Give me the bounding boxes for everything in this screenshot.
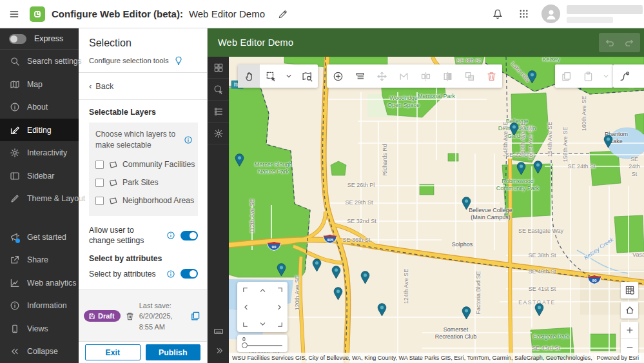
feature-pin[interactable] bbox=[277, 263, 286, 277]
templates-stack-icon bbox=[355, 71, 366, 82]
keyboard-shortcuts-button[interactable] bbox=[208, 322, 229, 341]
sidebar-item-information[interactable]: Information bbox=[0, 295, 79, 318]
delete-draft-button[interactable] bbox=[125, 311, 135, 321]
pan-tool-button[interactable] bbox=[238, 64, 260, 88]
feature-pin[interactable] bbox=[533, 161, 543, 174]
info-icon[interactable] bbox=[184, 129, 193, 152]
feature-pin[interactable] bbox=[312, 259, 322, 272]
express-toggle[interactable] bbox=[9, 34, 26, 44]
back-button[interactable]: ‹ Back bbox=[79, 73, 207, 100]
pan-chev-down-nav-button[interactable] bbox=[254, 315, 271, 332]
publish-button[interactable]: Publish bbox=[146, 344, 201, 360]
feature-pin[interactable] bbox=[516, 162, 526, 175]
zoom-slider-track[interactable] bbox=[242, 345, 282, 346]
redo-button[interactable] bbox=[621, 35, 638, 50]
zoom-in-button[interactable] bbox=[621, 322, 638, 338]
layers-panel-button[interactable] bbox=[208, 101, 229, 123]
feature-templates-tool-button[interactable] bbox=[349, 64, 371, 88]
interstate-405-shield: 405 bbox=[323, 234, 337, 244]
zoom-slider-knob[interactable] bbox=[242, 342, 248, 348]
lightbulb-icon[interactable] bbox=[173, 55, 184, 66]
map-canvas[interactable]: KelseySE 8th StMemorial ParkWoodridge Op… bbox=[229, 57, 644, 363]
pan-chev-right-button[interactable] bbox=[271, 299, 288, 315]
feature-pin[interactable] bbox=[527, 70, 537, 84]
sidebar-item-sidebar[interactable]: Sidebar bbox=[0, 164, 79, 188]
info-icon bbox=[10, 300, 20, 311]
collapse-icon bbox=[10, 346, 20, 357]
pan-chev-up-button[interactable] bbox=[254, 282, 271, 299]
info-icon[interactable] bbox=[166, 231, 175, 240]
feature-pin[interactable] bbox=[603, 135, 613, 148]
basemap-button[interactable] bbox=[621, 282, 638, 299]
pan-corner-bl-button[interactable] bbox=[237, 315, 254, 332]
back-label: Back bbox=[95, 82, 113, 91]
exit-button[interactable]: Exit bbox=[85, 344, 141, 360]
feature-pin[interactable] bbox=[360, 271, 370, 284]
legend-list-icon bbox=[213, 106, 224, 117]
hamburger-icon bbox=[8, 8, 20, 20]
select-options-dropdown-button[interactable] bbox=[282, 64, 296, 88]
copy-tool-button bbox=[555, 64, 577, 88]
pan-corner-tl-button[interactable] bbox=[237, 282, 254, 299]
paste-clipboard-icon bbox=[583, 71, 594, 82]
corner-tr-icon bbox=[275, 286, 284, 295]
sidebar-item-views[interactable]: Views bbox=[0, 317, 79, 340]
pan-chev-left-button[interactable] bbox=[237, 299, 254, 315]
editor-panels-button[interactable] bbox=[208, 57, 229, 79]
sidebar-item-search-settings[interactable]: Search settings bbox=[0, 50, 79, 73]
panel-content: Selectable Layers Choose which layers to… bbox=[79, 100, 207, 282]
info-icon[interactable] bbox=[166, 270, 175, 279]
app-logo-icon bbox=[32, 9, 43, 19]
select-by-attributes-toggle[interactable] bbox=[181, 269, 198, 279]
duplicate-draft-button[interactable] bbox=[190, 311, 200, 321]
selection-panel-button[interactable] bbox=[208, 79, 229, 101]
layer-checkbox[interactable] bbox=[95, 161, 104, 169]
settings-panel-button[interactable] bbox=[208, 123, 229, 144]
sidebar-item-get-started[interactable]: Get started bbox=[0, 226, 79, 249]
expand-rail-button[interactable] bbox=[208, 341, 229, 360]
feature-pin[interactable] bbox=[235, 153, 244, 167]
select-tool-button[interactable] bbox=[260, 64, 282, 88]
gear-icon bbox=[213, 128, 224, 139]
sidebar-item-theme-layout[interactable]: Theme & Layout bbox=[0, 187, 79, 210]
undo-button[interactable] bbox=[601, 35, 618, 50]
feature-edit-toolbar bbox=[327, 64, 502, 88]
sidebar-item-interactivity[interactable]: Interactivity bbox=[0, 141, 79, 164]
sidebar-item-web-analytics[interactable]: Web analytics bbox=[0, 271, 79, 295]
minus-icon bbox=[625, 343, 634, 352]
feature-pin[interactable] bbox=[333, 287, 343, 300]
layer-checkbox[interactable] bbox=[95, 197, 104, 205]
allow-user-change-toggle[interactable] bbox=[181, 231, 198, 240]
sidebar-item-share[interactable]: Share bbox=[0, 249, 79, 272]
feature-pin[interactable] bbox=[331, 266, 341, 279]
explore-tool-button[interactable] bbox=[296, 64, 318, 88]
add-feature-tool-button[interactable] bbox=[327, 64, 349, 88]
feature-pin[interactable] bbox=[462, 306, 471, 320]
pan-corner-br-button[interactable] bbox=[271, 315, 288, 332]
sidebar-item-map[interactable]: Map bbox=[0, 73, 79, 96]
feature-pin[interactable] bbox=[377, 303, 387, 317]
select-by-attributes-row: Select by attributes bbox=[89, 269, 198, 279]
app-launcher-button[interactable] bbox=[511, 0, 536, 28]
user-avatar[interactable] bbox=[542, 5, 560, 23]
edit-title-pencil-icon[interactable] bbox=[274, 5, 292, 23]
snapping-tool-button[interactable] bbox=[613, 64, 635, 88]
paste-options-dropdown-button bbox=[599, 64, 613, 88]
layer-checkbox[interactable] bbox=[95, 179, 104, 187]
hand-pan-icon bbox=[244, 71, 255, 82]
sidebar-item-about[interactable]: About bbox=[0, 95, 79, 119]
feature-pin[interactable] bbox=[534, 303, 544, 317]
move-arrows-icon bbox=[376, 71, 387, 82]
choose-layers-text: Choose which layers to make selectable bbox=[95, 129, 180, 152]
pan-corner-tr-button[interactable] bbox=[271, 282, 288, 299]
pan-pad-widget bbox=[237, 282, 288, 332]
hamburger-menu-button[interactable] bbox=[0, 0, 28, 28]
trash-icon bbox=[486, 71, 497, 82]
sidebar-item-editing[interactable]: Editing bbox=[0, 119, 79, 142]
notifications-button[interactable] bbox=[485, 0, 511, 28]
sidebar-item-collapse[interactable]: Collapse bbox=[0, 340, 79, 363]
home-button[interactable] bbox=[621, 302, 638, 319]
selection-settings-panel: Selection Configure selection tools ‹ Ba… bbox=[79, 28, 208, 363]
feature-pin[interactable] bbox=[509, 123, 519, 136]
feature-pin[interactable] bbox=[462, 197, 471, 210]
